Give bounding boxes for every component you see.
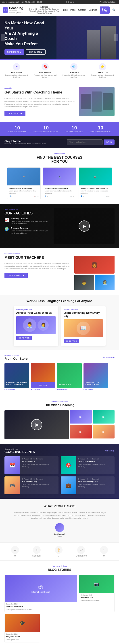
feature-price: 💎 OUR PRICE Praesent and More finances a… <box>61 63 86 78</box>
newsletter-form: SEND <box>67 140 114 145</box>
address-text: This Is A Demo Site For The Coaching The… <box>25 8 63 14</box>
order-space-button[interactable]: ORDER SPACE ▶ <box>4 273 28 278</box>
hero-buttons: READ MORE ▶ GET QUOTE ▶ <box>4 49 49 55</box>
pub-card-3: KNOWLEDGE KNOWLEDGE <box>57 363 82 392</box>
slider-left-arrow[interactable]: ‹ <box>1 34 5 41</box>
feature-motto: ⭐ OUR MOTTO Praesent and More finances a… <box>90 63 115 78</box>
hero-read-more-button[interactable]: READ MORE ▶ <box>4 49 24 55</box>
stat-entrepreneurs-number: 10 <box>34 125 58 131</box>
blog-title: BLOG STORIES <box>4 568 114 572</box>
event-desc-3: Lorem ipsum dolor sit amet consectetur a… <box>22 483 57 488</box>
play-button[interactable]: ▶ <box>78 220 90 232</box>
vision-title: OUR VISION <box>4 72 29 74</box>
why-section: Why Choose Us OUR FACILITIES 📈 Trending … <box>0 204 119 248</box>
partner-trophy-icon: 🏆 <box>55 546 62 554</box>
pub-cover-1: BRIDGING THE HIGHER EDUCATION DIVIDE <box>4 363 29 388</box>
search-icon[interactable]: 🔍 <box>112 8 116 12</box>
slider-right-arrow[interactable]: › <box>114 34 118 41</box>
course-title-3: Business Studies Manufacturing <box>80 187 110 189</box>
stat-books-label: BOOKS OVER & PODCASTS <box>90 131 111 133</box>
teachers-images: 👩 👨 👩‍💼 <box>74 256 114 290</box>
publications-header: Our Publications From Our Store All Prod… <box>4 355 114 360</box>
partner-2: ✦ Sponsor <box>32 546 41 557</box>
motto-icon: ⭐ <box>99 63 106 70</box>
newsletter-title: Stay Informed <box>4 140 46 143</box>
teacher-image-3: 👩‍💼 <box>95 275 115 290</box>
language-cards: Get Ready For A Goal Achieve Your Goals … <box>4 306 114 346</box>
logo-icon: C <box>3 7 8 13</box>
lang-card-title-2: Learn Something New Every Day <box>64 311 103 318</box>
partner-label-1: U <box>14 554 16 557</box>
video-thumbnails: ▶ ▶ ▶ ▶ <box>70 410 114 439</box>
event-card-4: 💼 0 • August • 18 • 01 Comments Business… <box>61 476 115 494</box>
lang-card-label-2: Business Sessions <box>64 309 103 310</box>
blog-image-3: 🎓 <box>5 614 40 632</box>
pub-cover-text-4: THE WORLD OF ABSTRACT ART <box>85 382 106 386</box>
lang-card-btn-1[interactable]: GO TO PAGE <box>16 336 32 340</box>
video-thumb-2[interactable]: ▶ <box>93 410 115 424</box>
courses-grid: 📚 Economic and Anthropology Lorem ipsum … <box>4 167 114 199</box>
pub-card-4: THE WORLD OF ABSTRACT ART EDUCATION <box>84 363 108 392</box>
buy-now-button[interactable]: BUY NOW <box>100 6 110 14</box>
about-desc: Praesent and molestie eleifend risus lac… <box>4 97 76 108</box>
pub-category-3: KNOWLEDGE <box>57 389 82 390</box>
blog-grid: 🏟 International Coach September 2018 Int… <box>4 575 114 642</box>
event-card-2: 🎯 0 • August • 18 • 01 Comments Core Com… <box>61 456 115 474</box>
video-thumb-3[interactable]: ▶ <box>70 425 92 438</box>
event-date-2: 0 • August • 18 • 01 Comments <box>78 458 113 460</box>
event-desc-1: Lorem ipsum dolor sit amet consectetur a… <box>22 463 57 468</box>
about-image-inner <box>79 87 114 116</box>
pub-card-info-1: KNOWLEDGE <box>4 388 29 392</box>
twitter-icon[interactable]: t <box>68 1 69 3</box>
blog-image-2: 📷 <box>79 575 114 593</box>
pub-card-info-2: EDUCATION <box>31 388 55 392</box>
pub-cover-4: THE WORLD OF ABSTRACT ART <box>84 363 108 388</box>
pub-cover-2: BUY NOW Creating Multicultural Change on… <box>31 363 55 388</box>
video-thumb-play-2: ▶ <box>102 415 105 418</box>
testimonials-title: WHAT PEOPLE SAYS <box>4 504 114 508</box>
about-label: About Us <box>4 87 76 89</box>
hero-get-quote-button[interactable]: GET QUOTE ▶ <box>26 49 46 55</box>
course-title-2: Technology Higher Studies <box>45 187 74 189</box>
nav-blog[interactable]: Blog <box>63 9 68 11</box>
stat-books-number: 10 <box>90 125 111 131</box>
video-main-player[interactable]: ▶ <box>4 410 69 439</box>
nav-courses[interactable]: Courses <box>89 9 97 11</box>
publications-all-link[interactable]: All Products ▶ <box>103 356 114 358</box>
buy-book-button[interactable]: BUY NOW <box>38 384 48 387</box>
newsletter-email-input[interactable] <box>67 140 102 145</box>
video-thumb-4[interactable]: ▶ <box>93 425 115 438</box>
top-bar-email[interactable]: info@coaching.gpl <box>2 1 19 3</box>
motto-desc: Praesent and More finances and find More <box>90 74 115 78</box>
why-left: Why Choose Us OUR FACILITIES 📈 Trending … <box>4 208 49 234</box>
googleplus-icon[interactable]: g+ <box>73 1 76 3</box>
stat-entrepreneurs-label: SUCCESSFUL ENTREPRENEURS <box>34 131 58 133</box>
events-header-left: Coaching Events COACHING EVENTS <box>4 448 35 454</box>
partner-4: 🛡 Guarantee <box>76 546 87 557</box>
pub-card-1: BRIDGING THE HIGHER EDUCATION DIVIDE KNO… <box>4 363 29 392</box>
free-consultation-link[interactable]: Free Consultation <box>100 1 116 3</box>
video-section: All Video Coaching Our Video Coaching ▶ … <box>0 396 119 444</box>
video-play-button[interactable]: ▶ <box>31 419 42 430</box>
event-desc-4: Lorem ipsum dolor sit amet consectetur a… <box>78 483 113 488</box>
about-section: About Us Get Started With Coaching Theme… <box>0 82 119 122</box>
course-meta-3: 👤 6 📖 15 <box>80 196 110 197</box>
facebook-icon[interactable]: f <box>66 1 67 3</box>
events-header: Coaching Events COACHING EVENTS All Even… <box>4 448 114 454</box>
newsletter-send-button[interactable]: SEND <box>104 140 114 145</box>
nav-content[interactable]: Content <box>78 9 86 11</box>
partner-1: 🛡 U <box>11 546 19 557</box>
blog-featured-info: September 2018 International Coach Lorem… <box>5 602 77 612</box>
teachers-text: MEET OUR TEACHERS Praesent and molestie … <box>4 256 71 290</box>
blog-section: News and Articles BLOG STORIES 🏟 Interna… <box>0 560 119 644</box>
pub-category-1: KNOWLEDGE <box>4 389 29 390</box>
nav-page[interactable]: Page <box>70 9 76 11</box>
lang-card-btn-2[interactable]: GO TO PAGE <box>64 339 79 343</box>
linkedin-icon[interactable]: in <box>70 1 72 3</box>
about-read-more-button[interactable]: READ MORE ▶ <box>4 111 26 116</box>
events-all-link[interactable]: All Events ▶ <box>105 450 114 452</box>
language-title: World-Class Language Learning For Anyone <box>4 299 114 303</box>
header-address: Address This Is A Demo Site For The Coac… <box>25 6 63 14</box>
publications-grid: BRIDGING THE HIGHER EDUCATION DIVIDE KNO… <box>4 363 114 392</box>
video-thumb-1[interactable]: ▶ <box>70 410 92 424</box>
